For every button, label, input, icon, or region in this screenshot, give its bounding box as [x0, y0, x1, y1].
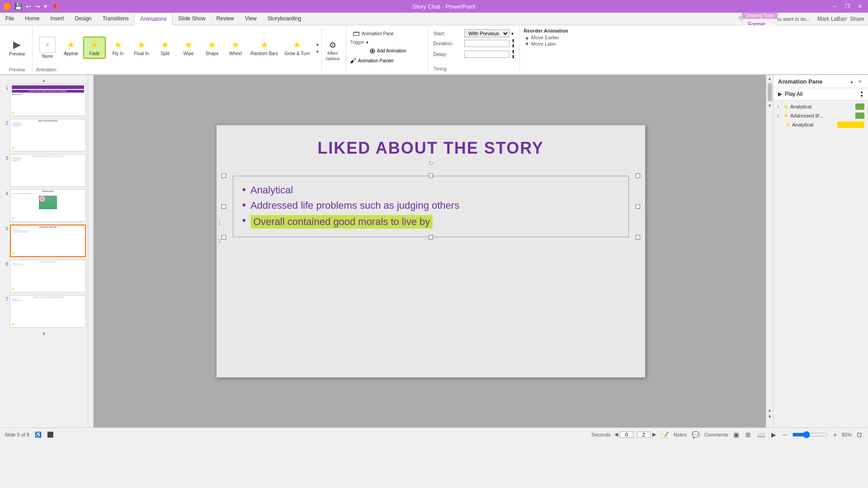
vscroll-bottom-down[interactable]: ▼: [766, 413, 774, 420]
time-end-input[interactable]: [637, 432, 651, 438]
fade-btn[interactable]: ★ Fade: [83, 37, 106, 59]
handle-bm[interactable]: [429, 235, 433, 239]
fit-slide-btn[interactable]: ⊡: [855, 430, 863, 439]
handle-tr[interactable]: [636, 174, 640, 178]
appear-btn[interactable]: ★ Appear: [60, 38, 82, 58]
anim-pane-expand[interactable]: ▲: [848, 78, 855, 85]
undo-btn[interactable]: ↩: [24, 2, 33, 11]
zoom-slider[interactable]: [792, 431, 828, 438]
move-later-btn[interactable]: ▼ Move Later: [524, 41, 586, 47]
animation-painter-btn[interactable]: 🖌 Animation Painter: [350, 56, 425, 65]
start-row: Start: With Previous On Click After Prev…: [433, 29, 516, 38]
float-in-btn[interactable]: ★ Float In: [130, 38, 153, 58]
tab-animations[interactable]: Animations: [134, 13, 173, 25]
left-scrollbar: [88, 75, 94, 427]
anim-scroll-up[interactable]: ▲: [313, 41, 321, 47]
slide-thumb-7[interactable]: 7 ANOTHER STORY, SONG, OR MOVIE OF REMIN…: [2, 295, 86, 328]
minimize-btn[interactable]: ─: [828, 0, 841, 13]
zoom-in-btn[interactable]: +: [832, 430, 838, 439]
content-box[interactable]: • Analytical • Addressed life problems s…: [233, 176, 629, 237]
save-btn[interactable]: 💾: [13, 2, 24, 11]
split-btn[interactable]: ★ Split: [154, 38, 176, 58]
play-all-btn[interactable]: ▶ Play All ▲ ▼: [774, 88, 868, 100]
slideshow-view-btn[interactable]: ▶: [770, 430, 778, 439]
customize-btn[interactable]: ▾: [42, 2, 48, 11]
slide-thumb-2[interactable]: 2 WHAT THE AUTHOR VALUES • bullet conten…: [2, 119, 86, 151]
panel-scroll-up[interactable]: ▲: [2, 77, 86, 84]
anim-pane-close[interactable]: ✕: [856, 78, 863, 85]
tab-design[interactable]: Design: [69, 13, 97, 25]
slide-thumb-5[interactable]: 5 LIKED ABOUT THIS STORY • Analytical• A…: [2, 225, 86, 257]
slide-sorter-btn[interactable]: ⊞: [744, 430, 752, 439]
time-start-input[interactable]: [620, 432, 633, 438]
vscroll-up[interactable]: ▲: [766, 75, 774, 82]
tab-home[interactable]: Home: [19, 13, 45, 25]
tab-transitions[interactable]: Transitions: [97, 13, 134, 25]
add-animation-btn[interactable]: ⊕ Add Animation: [369, 47, 406, 55]
play-up[interactable]: ▲: [860, 90, 863, 94]
anim-scroll-down[interactable]: ▼: [313, 48, 321, 55]
handle-ml[interactable]: [222, 204, 226, 209]
restore-btn[interactable]: ❐: [841, 0, 854, 13]
share-btn[interactable]: Share: [850, 16, 864, 22]
random-bars-btn[interactable]: ★ Random Bars: [248, 38, 281, 58]
close-btn[interactable]: ✕: [854, 0, 866, 13]
ribbon: ▶ Preview Preview ✕ None ★ Appear: [0, 25, 868, 75]
notes-btn[interactable]: 📝: [660, 430, 670, 439]
status-left: Slide 5 of 8 ♿ ⬛: [5, 432, 54, 438]
tab-storyboarding[interactable]: Storyboarding: [262, 13, 307, 25]
fly-in-btn[interactable]: ★ Fly In: [107, 38, 129, 58]
anim-item-special[interactable]: ★ Analytical: [774, 120, 868, 129]
trigger-dropdown-arrow[interactable]: ▾: [366, 40, 368, 45]
slide-panel: ▲ 1 THE LADY IN THE LOOKING GLASS, A REF…: [0, 75, 88, 427]
slide-thumb-4[interactable]: 4 FAVORITE QUOTE "Quote text content exa…: [2, 189, 86, 222]
wheel-label: Wheel: [229, 51, 242, 56]
duration-input[interactable]: [464, 40, 509, 47]
slide-num-6: 6: [2, 260, 8, 267]
handle-br[interactable]: [636, 235, 640, 239]
slide-thumb-1[interactable]: 1 THE LADY IN THE LOOKING GLASS, A REFLE…: [2, 84, 86, 116]
title-bar: 🟠 💾 ↩ ↪ ▾ 📌 Story Chat - PowerPoint ─ ❐ …: [0, 0, 868, 13]
comments-btn[interactable]: 💬: [690, 430, 701, 439]
shape-btn[interactable]: ★ Shape: [201, 38, 223, 58]
time-right-arrow[interactable]: ▶: [652, 432, 656, 437]
slide-show-icon[interactable]: ⬛: [47, 432, 54, 438]
preview-group-label: Preview: [9, 67, 25, 73]
redo-btn[interactable]: ↪: [33, 2, 42, 11]
slide-thumb-3[interactable]: 3 COMMON LIFE PROBLEM THE AUTHOR IS WRIT…: [2, 154, 86, 187]
start-arrow[interactable]: ▾: [511, 31, 514, 36]
handle-mr[interactable]: [636, 204, 640, 209]
panel-scroll-down[interactable]: ▼: [2, 330, 86, 337]
play-down[interactable]: ▼: [860, 94, 863, 98]
wheel-btn[interactable]: ★ Wheel: [224, 38, 247, 58]
tab-slideshow[interactable]: Slide Show: [173, 13, 211, 25]
wipe-btn[interactable]: ★ Wipe: [177, 38, 200, 58]
start-select[interactable]: With Previous On Click After Previous: [464, 29, 509, 38]
slide-thumb-6[interactable]: 6 DIDN'T LIKE ABOUT THE STORY • Drawback…: [2, 260, 86, 292]
effect-options-btn[interactable]: ⚙ Effect Options: [321, 28, 343, 73]
reading-view-btn[interactable]: 📖: [756, 430, 766, 439]
tab-insert[interactable]: Insert: [45, 13, 69, 25]
none-btn[interactable]: ✕ None: [36, 35, 59, 61]
grow-turn-btn[interactable]: ★ Grow & Turn: [282, 38, 312, 58]
normal-view-btn[interactable]: ▣: [732, 430, 741, 439]
vscroll-down[interactable]: ▼: [766, 102, 774, 109]
animation-pane-btn[interactable]: 🗃 Animation Pane: [350, 28, 396, 39]
anim-item-1[interactable]: 1 ★ Analytical: [774, 102, 868, 111]
move-earlier-btn[interactable]: ▲ Move Earlier: [524, 34, 586, 41]
time-left-arrow[interactable]: ◀: [614, 432, 618, 437]
delay-input[interactable]: [464, 51, 509, 58]
anim-item-2[interactable]: 2 ★ Addressed lif...: [774, 111, 868, 120]
tab-review[interactable]: Review: [211, 13, 239, 25]
zoom-out-btn[interactable]: ─: [781, 430, 788, 439]
vscroll-thumb[interactable]: [768, 83, 772, 101]
tab-view[interactable]: View: [240, 13, 262, 25]
handle-tl[interactable]: [222, 174, 226, 178]
preview-button[interactable]: ▶ Preview: [5, 38, 29, 58]
animation-pane: Animation Pane ▲ ✕ ▶ Play All ▲ ▼ 1 ★ An…: [773, 75, 868, 427]
tab-file[interactable]: File: [0, 13, 19, 25]
handle-bl[interactable]: [222, 235, 226, 239]
effect-options-label: Effect: [327, 51, 338, 56]
slide-img-6: DIDN'T LIKE ABOUT THE STORY • Drawback• …: [10, 260, 86, 292]
content-selection-box: • Analytical • Addressed life problems s…: [224, 176, 638, 237]
